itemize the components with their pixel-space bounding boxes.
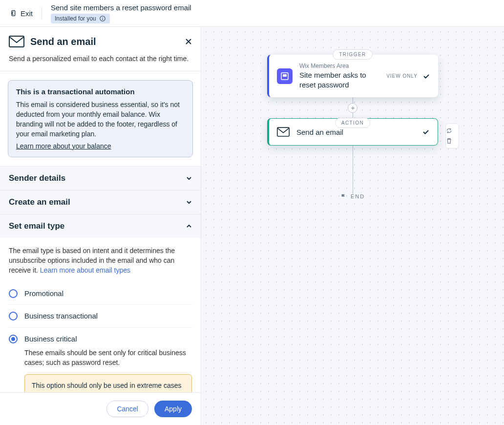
flow-canvas[interactable]: TRIGGER Wix Members Area Site member ask… xyxy=(201,27,504,425)
automation-meta: Send site members a reset password email… xyxy=(51,3,191,23)
svg-point-2 xyxy=(102,17,103,17)
accordion-set-email-type[interactable]: Set email type xyxy=(0,214,201,238)
trigger-node[interactable]: Wix Members Area Site member asks to res… xyxy=(267,55,438,97)
svg-rect-0 xyxy=(12,11,15,16)
learn-more-balance-link[interactable]: Learn more about your balance xyxy=(16,142,111,150)
flow-connector: ＋ xyxy=(353,97,353,119)
svg-rect-7 xyxy=(277,128,289,136)
top-bar: Exit Send site members a reset password … xyxy=(0,0,504,27)
accordion-create-email[interactable]: Create an email xyxy=(0,191,201,214)
flag-icon xyxy=(340,193,347,200)
exit-button[interactable]: Exit xyxy=(9,7,42,20)
email-type-radio-group: Promotional Business transactional Busin… xyxy=(9,282,192,392)
flow-connector xyxy=(353,146,353,194)
transactional-info-card: This is a transactional automation This … xyxy=(8,80,193,157)
radio-label: Business critical xyxy=(24,334,192,344)
action-pill: ACTION xyxy=(335,118,370,128)
chevron-down-icon xyxy=(186,199,192,205)
radio-label: Promotional xyxy=(24,288,192,299)
accordion-sender-details[interactable]: Sender details xyxy=(0,167,201,190)
installed-badge: Installed for you xyxy=(51,14,110,23)
radio-label: Business transactional xyxy=(24,311,192,321)
panel-subtitle: Send a personalized email to each contac… xyxy=(9,54,192,64)
accordion-label: Sender details xyxy=(9,173,65,183)
business-critical-warning: This option should only be used in extre… xyxy=(24,374,192,392)
radio-description: These emails should be sent only for cri… xyxy=(24,348,192,367)
panel-title: Send an email xyxy=(30,36,96,47)
action-title: Send an email xyxy=(296,128,415,137)
exit-icon xyxy=(9,9,17,17)
exit-label: Exit xyxy=(21,9,33,18)
chevron-down-icon xyxy=(186,175,192,181)
svg-rect-6 xyxy=(283,74,287,77)
chevron-up-icon xyxy=(186,223,192,229)
trigger-source: Wix Members Area xyxy=(299,63,379,69)
delete-button[interactable] xyxy=(446,136,459,146)
check-icon xyxy=(422,72,430,80)
wix-members-icon xyxy=(277,68,293,84)
node-toolbar xyxy=(445,123,459,149)
close-panel-button[interactable] xyxy=(185,38,192,45)
radio-business-critical[interactable] xyxy=(9,335,18,343)
trigger-title: Site member asks to reset password xyxy=(299,70,379,89)
view-only-badge: VIEW ONLY xyxy=(386,73,418,79)
mail-icon xyxy=(9,36,24,47)
installed-badge-label: Installed for you xyxy=(55,15,96,22)
add-step-button[interactable]: ＋ xyxy=(348,103,357,113)
svg-rect-4 xyxy=(9,36,24,47)
info-icon[interactable] xyxy=(99,15,106,22)
accordion-label: Set email type xyxy=(9,221,64,231)
check-icon xyxy=(422,128,430,136)
cancel-button[interactable]: Cancel xyxy=(106,401,148,417)
learn-more-email-types-link[interactable]: Learn more about email types xyxy=(40,266,130,274)
radio-business-transactional[interactable] xyxy=(9,312,18,320)
refresh-button[interactable] xyxy=(446,126,459,136)
svg-rect-3 xyxy=(102,18,103,20)
apply-button[interactable]: Apply xyxy=(154,401,192,417)
trigger-pill: TRIGGER xyxy=(333,49,372,60)
info-card-title: This is a transactional automation xyxy=(16,87,185,96)
automation-title: Send site members a reset password email xyxy=(51,3,191,12)
accordion-label: Create an email xyxy=(9,197,70,207)
end-label: END xyxy=(351,193,365,199)
radio-promotional[interactable] xyxy=(9,289,18,298)
close-icon xyxy=(185,38,192,45)
mail-icon xyxy=(277,127,290,137)
config-panel: Send an email Send a personalized email … xyxy=(0,27,201,425)
info-card-body: This email is considered business essent… xyxy=(16,100,185,139)
